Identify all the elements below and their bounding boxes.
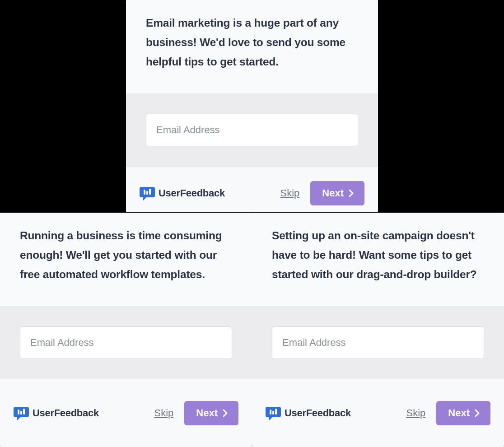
svg-rect-7: [272, 411, 274, 414]
skip-link[interactable]: Skip: [280, 187, 300, 199]
footer-section: UserFeedback Skip Next: [252, 379, 504, 447]
email-input[interactable]: [146, 114, 358, 146]
chevron-right-icon: [348, 189, 355, 197]
feedback-card-top: Email marketing is a huge part of any bu…: [126, 0, 378, 212]
footer-actions: Skip Next: [406, 401, 490, 425]
footer-actions: Skip Next: [280, 181, 364, 205]
next-button[interactable]: Next: [184, 401, 238, 425]
brand-name: UserFeedback: [33, 407, 99, 419]
next-button[interactable]: Next: [310, 181, 364, 205]
svg-rect-3: [18, 410, 19, 414]
heading-section: Running a business is time consuming eno…: [0, 213, 252, 307]
chevron-right-icon: [222, 409, 229, 417]
brand-name: UserFeedback: [159, 187, 225, 199]
chat-bars-icon: [14, 405, 29, 421]
next-button-label: Next: [448, 407, 470, 419]
next-button-label: Next: [196, 407, 218, 419]
footer-actions: Skip Next: [154, 401, 238, 425]
brand: UserFeedback: [140, 186, 225, 201]
brand: UserFeedback: [266, 405, 351, 421]
svg-rect-2: [149, 189, 151, 195]
svg-rect-5: [23, 409, 25, 414]
feedback-card-left: Running a business is time consuming eno…: [0, 213, 252, 447]
input-section: [252, 307, 504, 379]
card-heading: Setting up an on-site campaign doesn't h…: [272, 226, 484, 284]
svg-rect-0: [144, 190, 145, 195]
card-heading: Email marketing is a huge part of any bu…: [146, 14, 358, 72]
next-button[interactable]: Next: [436, 401, 490, 425]
brand-name: UserFeedback: [285, 407, 351, 419]
chat-bars-icon: [140, 186, 155, 201]
svg-rect-8: [275, 409, 277, 414]
chevron-right-icon: [474, 409, 481, 417]
input-section: [0, 307, 252, 379]
heading-section: Setting up an on-site campaign doesn't h…: [252, 213, 504, 307]
heading-section: Email marketing is a huge part of any bu…: [126, 0, 378, 94]
feedback-card-right: Setting up an on-site campaign doesn't h…: [252, 213, 504, 447]
svg-rect-6: [270, 410, 271, 414]
email-input[interactable]: [20, 326, 232, 359]
next-button-label: Next: [322, 187, 344, 199]
skip-link[interactable]: Skip: [406, 407, 426, 419]
skip-link[interactable]: Skip: [154, 407, 174, 419]
chat-bars-icon: [266, 405, 281, 421]
footer-section: UserFeedback Skip Next: [126, 167, 378, 212]
input-section: [126, 94, 378, 167]
footer-section: UserFeedback Skip Next: [0, 379, 252, 447]
card-heading: Running a business is time consuming eno…: [20, 226, 232, 284]
svg-rect-4: [20, 411, 22, 414]
svg-rect-1: [146, 191, 148, 195]
brand: UserFeedback: [14, 405, 99, 421]
email-input[interactable]: [272, 326, 484, 359]
